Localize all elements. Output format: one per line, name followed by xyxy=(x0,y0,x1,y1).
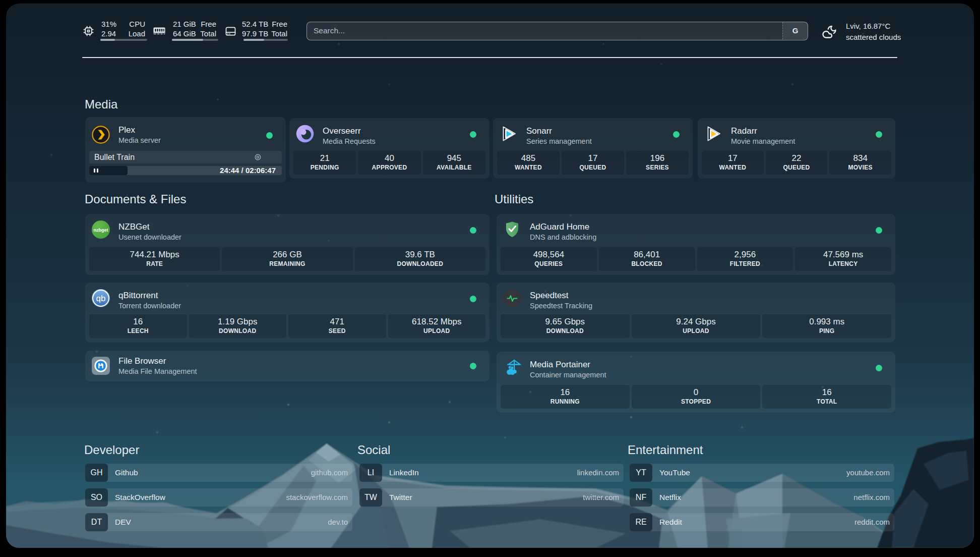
svg-text:nzbget: nzbget xyxy=(94,228,108,233)
svg-text:qb: qb xyxy=(96,294,106,303)
